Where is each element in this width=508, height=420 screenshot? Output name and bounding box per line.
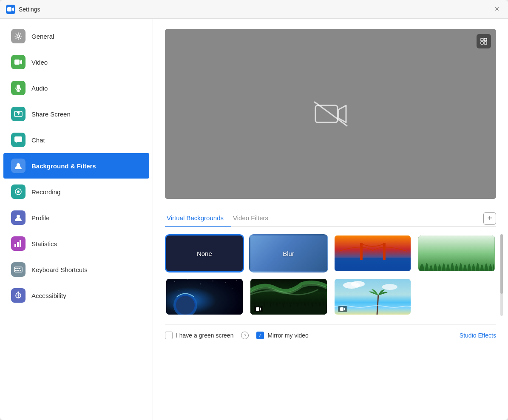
bottom-bar: I have a green screen ? ✓ Mirror my vide… — [165, 324, 496, 339]
svg-rect-1 — [7, 7, 11, 11]
sidebar-item-audio[interactable]: Audio — [3, 75, 149, 101]
sidebar-item-share-screen[interactable]: Share Screen — [3, 101, 149, 127]
svg-rect-36 — [481, 42, 483, 44]
mirror-video-checkbox[interactable]: ✓ — [256, 332, 264, 339]
svg-marker-5 — [20, 60, 22, 65]
svg-point-3 — [17, 35, 20, 37]
recording-icon — [11, 184, 26, 199]
sidebar: General Video — [0, 19, 153, 420]
background-none[interactable]: None — [165, 234, 244, 272]
svg-rect-18 — [14, 267, 22, 272]
svg-point-51 — [232, 288, 232, 288]
background-filters-icon — [11, 159, 26, 173]
sidebar-item-background-filters[interactable]: Background & Filters — [3, 153, 149, 179]
scrollbar-thumb[interactable] — [500, 234, 503, 294]
space-svg — [166, 279, 243, 315]
background-blur[interactable]: Blur — [249, 234, 328, 272]
svg-marker-57 — [260, 307, 261, 311]
sidebar-item-accessibility[interactable]: Accessibility — [3, 283, 149, 308]
accessibility-label: Accessibility — [31, 292, 66, 299]
window-title: Settings — [19, 6, 40, 13]
svg-marker-10 — [15, 142, 17, 143]
background-aurora[interactable] — [249, 278, 328, 316]
green-screen-help[interactable]: ? — [241, 332, 249, 339]
tab-video-filters[interactable]: Video Filters — [231, 211, 276, 227]
titlebar-left: Settings — [6, 5, 40, 14]
green-screen-checkbox[interactable] — [165, 332, 173, 339]
video-icon — [11, 55, 26, 69]
background-space[interactable] — [165, 278, 244, 316]
bridge-image — [335, 236, 411, 271]
background-blur-label: Blur — [283, 250, 294, 257]
svg-point-54 — [176, 296, 195, 315]
svg-point-46 — [200, 284, 201, 284]
svg-point-61 — [382, 284, 397, 290]
resize-button[interactable] — [477, 34, 491, 48]
mirror-video-option: ✓ Mirror my video — [256, 332, 308, 339]
svg-rect-23 — [17, 270, 20, 271]
tab-virtual-backgrounds[interactable]: Virtual Backgrounds — [165, 211, 231, 227]
svg-rect-19 — [15, 268, 17, 269]
accessibility-icon — [11, 288, 26, 303]
mirror-video-label: Mirror my video — [267, 332, 308, 339]
keyboard-shortcuts-icon — [11, 262, 26, 277]
svg-rect-41 — [383, 243, 385, 260]
svg-point-50 — [179, 290, 179, 291]
sidebar-item-statistics[interactable]: Statistics — [3, 231, 149, 256]
add-background-button[interactable]: + — [483, 212, 496, 225]
general-icon — [11, 29, 26, 43]
beach-video-badge — [338, 306, 347, 312]
svg-rect-4 — [14, 60, 20, 65]
chat-icon — [11, 133, 26, 147]
svg-marker-64 — [344, 307, 345, 311]
svg-point-44 — [174, 281, 175, 282]
svg-point-48 — [225, 282, 226, 283]
svg-rect-22 — [15, 270, 17, 271]
audio-icon — [11, 81, 26, 95]
svg-point-49 — [236, 280, 237, 281]
svg-rect-40 — [360, 243, 362, 260]
svg-rect-17 — [20, 240, 21, 247]
statistics-icon — [11, 236, 26, 251]
sidebar-item-general[interactable]: General — [3, 23, 149, 49]
backgrounds-container: None Blur — [165, 234, 496, 316]
camera-off-icon — [314, 101, 348, 127]
sidebar-item-profile[interactable]: Profile — [3, 205, 149, 230]
background-bridge[interactable] — [333, 234, 412, 272]
sidebar-item-recording[interactable]: Recording — [3, 179, 149, 204]
settings-window: Settings × General — [0, 0, 508, 420]
camera-preview — [165, 29, 496, 199]
space-image — [166, 279, 243, 315]
background-filters-label: Background & Filters — [31, 162, 96, 170]
sidebar-item-video[interactable]: Video — [3, 49, 149, 75]
scrollbar-track[interactable] — [500, 234, 503, 316]
close-button[interactable]: × — [492, 4, 502, 14]
green-screen-label: I have a green screen — [176, 332, 233, 339]
svg-rect-63 — [340, 307, 343, 311]
background-beach[interactable] — [333, 278, 412, 316]
svg-rect-35 — [484, 38, 487, 41]
svg-rect-21 — [19, 268, 20, 269]
svg-rect-39 — [335, 258, 411, 271]
svg-rect-34 — [481, 38, 483, 41]
sidebar-item-keyboard-shortcuts[interactable]: Keyboard Shortcuts — [3, 257, 149, 282]
svg-point-47 — [213, 281, 213, 281]
svg-point-60 — [351, 281, 364, 287]
zoom-logo — [6, 5, 15, 14]
background-grass[interactable] — [417, 234, 496, 272]
green-screen-option: I have a green screen — [165, 332, 233, 339]
backgrounds-grid: None Blur — [165, 234, 496, 316]
svg-rect-37 — [484, 42, 487, 44]
keyboard-shortcuts-label: Keyboard Shortcuts — [31, 266, 88, 273]
titlebar: Settings × — [0, 0, 508, 19]
tabs-row: Virtual Backgrounds Video Filters + — [165, 211, 496, 227]
main-content: Virtual Backgrounds Video Filters + None… — [153, 19, 508, 420]
sidebar-item-chat[interactable]: Chat — [3, 127, 149, 153]
general-label: General — [31, 33, 54, 40]
svg-rect-24 — [20, 270, 21, 271]
studio-effects-link[interactable]: Studio Effects — [460, 332, 496, 339]
bridge-svg — [335, 236, 411, 271]
recording-label: Recording — [31, 188, 60, 196]
profile-label: Profile — [31, 214, 50, 221]
chat-label: Chat — [31, 136, 45, 144]
